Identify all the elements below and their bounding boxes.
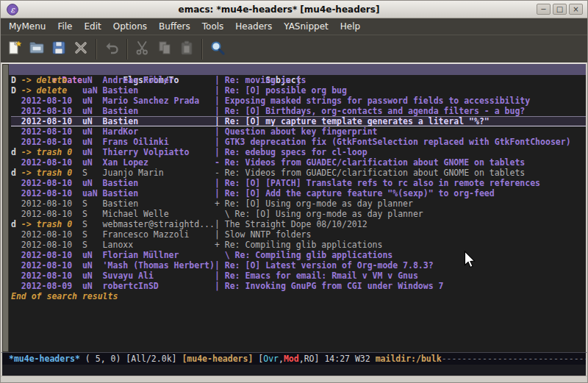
message-row[interactable]: 2012-08-10uN'Mash (Thomas Herbert)|Re: […	[11, 260, 586, 271]
mu4e-headers-buffer: ▼ DateFlgsFrom/ToSubject D-> deleteuNAnd…	[9, 64, 586, 352]
open-folder-button[interactable]	[26, 38, 48, 60]
message-subject: Question about key fingerprint	[225, 126, 378, 137]
message-row[interactable]: d-> trash 0uNThierry Volpiatto|Re: edebu…	[11, 147, 586, 157]
message-mark: D	[11, 75, 21, 85]
message-from: Xan Lopez	[103, 157, 215, 168]
message-mark	[11, 178, 21, 188]
message-subject: \ Re: Compiling glib applications	[225, 250, 392, 260]
thread-indicator: |	[215, 116, 225, 126]
thread-indicator: -	[215, 157, 225, 168]
save-icon	[50, 39, 68, 60]
message-subject: Re: [O] my capture template generates a …	[225, 116, 490, 126]
menu-mymenu[interactable]: MyMenu	[3, 19, 51, 34]
message-row[interactable]: 2012-08-10SBastien+Re: [O] Using org-mod…	[11, 198, 586, 209]
message-row[interactable]: d-> trash 0Swebmaster@straightd...|The S…	[11, 219, 586, 229]
thread-indicator: |	[215, 147, 225, 157]
message-from: Bastien	[103, 106, 215, 116]
message-flags: S	[82, 229, 103, 240]
echo-area[interactable]	[1, 365, 587, 376]
menu-buffers[interactable]: Buffers	[153, 19, 196, 34]
message-subject: Re: Videos from GUADEC/clarification abo…	[225, 168, 526, 178]
message-subject: GTK3 deprecation fix (GtkFontSelection r…	[225, 137, 571, 147]
message-from: Suvayu Ali	[103, 271, 215, 281]
menu-help[interactable]: Help	[334, 19, 366, 34]
message-mark	[11, 229, 21, 240]
message-flags: uN	[82, 96, 103, 106]
message-row[interactable]: 2012-08-10uaNBastien|Re: [O] Add the cap…	[11, 188, 586, 198]
thread-indicator: |	[215, 229, 225, 240]
menu-options[interactable]: Options	[107, 19, 153, 34]
message-from: Bastien	[103, 116, 215, 126]
message-row[interactable]: 2012-08-10uNHardKor|Question about key f…	[11, 126, 586, 137]
message-row[interactable]: 2012-08-10uNSuvayu Ali|Re: Emacs for ema…	[11, 271, 586, 281]
message-subject: \ Re: [O] Using org-mode as day planner	[225, 209, 423, 219]
message-date: -> trash 0	[21, 219, 82, 229]
message-from: webmaster@straightd...	[103, 219, 215, 229]
undo-icon	[103, 39, 121, 60]
message-row[interactable]: 2012-08-10uNBastien|Re: [O] [PATCH] Tran…	[11, 178, 586, 188]
save-button[interactable]	[48, 38, 70, 60]
message-row[interactable]: 2012-08-10uNFlorian Müllner \ Re: Compil…	[11, 250, 586, 260]
message-mark	[11, 96, 21, 106]
message-row[interactable]: 2012-08-10uNMario Sanchez Prada|Exposing…	[11, 96, 586, 106]
modeline-plain: ,	[279, 354, 284, 364]
menu-file[interactable]: File	[51, 19, 78, 34]
message-row[interactable]: 2012-08-09uNrobertcInSD|Re: Invoking Gnu…	[11, 281, 586, 291]
close-button[interactable]: ×	[569, 4, 583, 15]
message-row[interactable]: 2012-08-10SFrancesco Mazzoli|Slow NNTP f…	[11, 229, 586, 240]
scrollbar[interactable]	[2, 64, 9, 352]
message-mark	[11, 137, 21, 147]
message-row[interactable]: 2012-08-10uNBastien|Re: [O] Birthdays, o…	[11, 106, 586, 116]
thread-indicator: |	[215, 75, 225, 85]
message-flags: uN	[82, 250, 103, 260]
thread-indicator: +	[215, 240, 225, 250]
message-mark	[11, 198, 21, 209]
menu-headers[interactable]: Headers	[229, 19, 278, 34]
message-subject: Re: [O] Add the capture feature "%(sexp)…	[225, 188, 495, 198]
message-mark: d	[11, 168, 21, 178]
copy-icon	[156, 39, 173, 60]
thread-indicator: |	[215, 96, 225, 106]
message-from: Juanjo Marin	[103, 168, 215, 178]
message-row-current[interactable]: 2012-08-10uNBastien|Re: [O] my capture t…	[11, 116, 586, 126]
message-row[interactable]: 2012-08-10SMichael Welle \ Re: [O] Using…	[11, 209, 586, 219]
close-button[interactable]	[70, 38, 92, 60]
scrollbar-thumb[interactable]	[3, 65, 8, 351]
message-mark	[11, 250, 21, 260]
message-mark	[11, 281, 21, 291]
maximize-button[interactable]: □	[553, 4, 567, 15]
menu-yasnippet[interactable]: YASnippet	[278, 19, 334, 34]
menu-edit[interactable]: Edit	[79, 19, 107, 34]
message-row[interactable]: D-> deleteuaNBastien|Re: [O] possible or…	[11, 85, 586, 96]
message-subject: Re: Emacs for email: Rmail v VM v Gnus	[225, 271, 418, 281]
message-row[interactable]: 2012-08-10uNFrans Oilinki|GTK3 deprecati…	[11, 137, 586, 147]
copy-button	[154, 38, 176, 60]
message-from: HardKor	[103, 126, 215, 137]
message-row[interactable]: 2012-08-10uNXan Lopez-Re: Videos from GU…	[11, 157, 586, 168]
message-flags: uN	[82, 281, 103, 291]
message-from: Bastien	[103, 85, 215, 96]
message-from: Bastien	[103, 178, 215, 188]
open-folder-icon	[28, 39, 46, 60]
message-flags: uN	[82, 116, 103, 126]
new-file-button[interactable]	[4, 38, 26, 60]
toolbar-separator	[201, 39, 203, 60]
message-flags: uN	[82, 157, 103, 168]
message-flags: uN	[82, 106, 103, 116]
emacs-window: ε emacs: *mu4e-headers* [mu4e-headers] −…	[0, 0, 588, 383]
search-button[interactable]	[207, 38, 229, 60]
minimize-button[interactable]: −	[537, 4, 551, 15]
message-date: 2012-08-09	[21, 281, 82, 291]
message-mark	[11, 240, 21, 250]
message-row[interactable]: D-> deleteuNAndreas Röhler|Re: moving in…	[11, 75, 586, 85]
message-subject: The Straight Dope 08/10/2012	[225, 219, 368, 229]
message-flags: uaN	[82, 85, 103, 96]
message-mark: d	[11, 219, 21, 229]
message-row[interactable]: d-> trash 0SJuanjo Marin-Re: Videos from…	[11, 168, 586, 178]
modeline-plain: 14:27 W32	[324, 354, 375, 364]
message-mark	[11, 157, 21, 168]
message-from: Bastien	[103, 198, 215, 209]
menu-tools[interactable]: Tools	[196, 19, 230, 34]
message-row[interactable]: 2012-08-10SLanoxx+Re: Compiling glib app…	[11, 240, 586, 250]
emacs-app-icon: ε	[7, 4, 18, 15]
